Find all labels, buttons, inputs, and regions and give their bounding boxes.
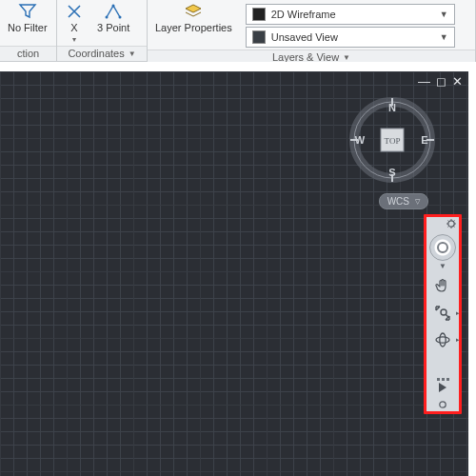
no-filter-label: No Filter xyxy=(8,22,48,33)
svg-text:E: E xyxy=(421,134,427,146)
layer-properties-label: Layer Properties xyxy=(155,22,232,33)
drawing-stage: — ◻ ✕ TOP N S E W WCS▽ xyxy=(0,62,476,476)
three-point-label: 3 Point xyxy=(97,22,129,33)
saved-view-dropdown[interactable]: Unsaved View ▼ xyxy=(246,27,455,48)
layer-properties-button[interactable]: Layer Properties xyxy=(153,2,234,33)
ribbon-group-layers: Layer Properties 2D Wireframe ▼ Unsaved … xyxy=(148,0,476,61)
svg-text:S: S xyxy=(388,167,395,178)
group-title-coordinates[interactable]: Coordinates ▼ xyxy=(57,46,147,61)
view-swatch-icon xyxy=(252,30,266,44)
showmotion-button[interactable] xyxy=(437,378,449,381)
navigation-bar-highlight: ▼ ▸ ▸ xyxy=(424,214,462,414)
ribbon-group-coordinates: X ▾ 3 Point Coordinates ▼ xyxy=(57,0,148,61)
layers-icon xyxy=(184,2,203,21)
x-axis-label: X xyxy=(70,22,77,33)
chevron-down-icon: ▼ xyxy=(440,10,448,19)
drawing-canvas[interactable]: — ◻ ✕ TOP N S E W WCS▽ xyxy=(0,71,468,476)
group-title-selection[interactable]: ction xyxy=(0,46,56,61)
x-axis-icon xyxy=(65,2,84,21)
three-point-button[interactable]: 3 Point xyxy=(95,2,131,33)
svg-point-11 xyxy=(441,309,446,315)
chevron-right-icon: ▸ xyxy=(456,309,460,317)
no-filter-button[interactable]: No Filter xyxy=(6,2,50,33)
wcs-selector[interactable]: WCS▽ xyxy=(379,191,428,209)
chevron-down-icon: ▼ xyxy=(343,53,350,62)
svg-point-13 xyxy=(440,333,446,347)
steering-wheel-dropdown[interactable]: ▼ xyxy=(426,262,459,271)
minimize-button[interactable]: — xyxy=(418,74,430,89)
svg-point-12 xyxy=(436,337,449,343)
chevron-right-icon: ▸ xyxy=(456,336,460,344)
steering-wheel-button[interactable] xyxy=(429,234,456,261)
svg-point-14 xyxy=(440,402,446,407)
navbar-options-button[interactable] xyxy=(426,217,459,232)
funnel-icon xyxy=(18,2,37,21)
maximize-button[interactable]: ◻ xyxy=(436,74,446,89)
visual-style-dropdown[interactable]: 2D Wireframe ▼ xyxy=(246,4,455,25)
ribbon: No Filter ction X ▾ 3 Point Coo xyxy=(0,0,476,62)
chevron-down-icon: ▽ xyxy=(415,198,420,206)
play-icon[interactable] xyxy=(439,383,446,392)
close-button[interactable]: ✕ xyxy=(452,74,463,89)
zoom-extents-button[interactable]: ▸ xyxy=(429,302,456,325)
viewcube[interactable]: TOP N S E W xyxy=(345,92,440,188)
svg-point-1 xyxy=(112,5,115,8)
navbar-options-bottom[interactable] xyxy=(438,400,447,409)
wireframe-swatch-icon xyxy=(252,8,266,21)
svg-text:N: N xyxy=(388,102,396,113)
svg-text:W: W xyxy=(355,134,366,146)
chevron-down-icon: ▼ xyxy=(129,50,136,58)
navigation-bar: ▼ ▸ ▸ xyxy=(426,217,459,411)
pan-button[interactable] xyxy=(429,275,456,298)
ribbon-group-selection: No Filter ction xyxy=(0,0,57,61)
svg-point-0 xyxy=(106,16,109,19)
three-point-icon xyxy=(104,2,123,21)
chevron-down-icon: ▼ xyxy=(440,32,448,42)
viewcube-face-label: TOP xyxy=(385,136,401,146)
viewport-window-controls: — ◻ ✕ xyxy=(418,74,463,89)
x-axis-button[interactable]: X ▾ xyxy=(63,2,86,46)
svg-point-2 xyxy=(119,16,122,19)
orbit-button[interactable]: ▸ xyxy=(429,328,456,351)
